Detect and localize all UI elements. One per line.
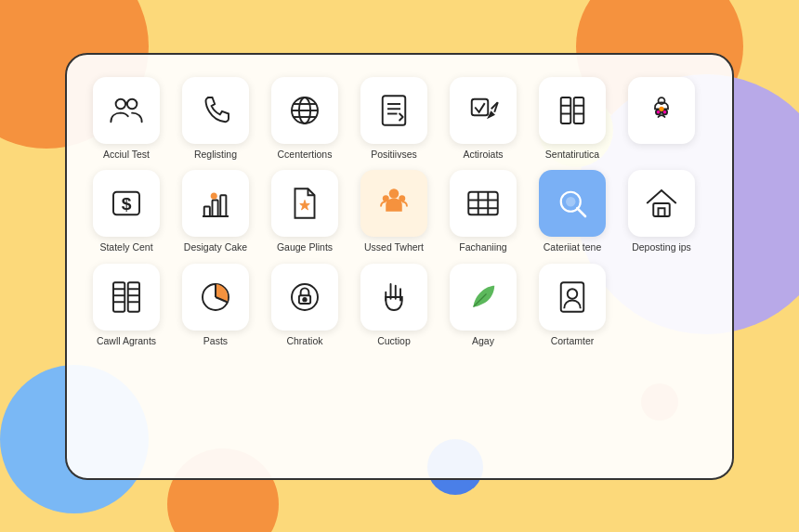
label-chratiok: Chratiok — [286, 335, 322, 348]
svg-marker-31 — [300, 201, 310, 211]
tile-agay[interactable]: Agay — [442, 264, 524, 348]
hand-stop-icon — [374, 278, 413, 317]
list-lines-icon — [553, 91, 592, 130]
tile-pasts[interactable]: Pasts — [175, 264, 256, 348]
icon-box-positiivses — [360, 77, 427, 144]
svg-rect-26 — [204, 207, 210, 217]
icon-box-sentatirutica — [539, 77, 606, 144]
icon-box-fachaniing — [450, 170, 517, 237]
label-cuctiop: Cuctiop — [377, 335, 411, 348]
icon-box-desigaty-cake — [182, 170, 249, 237]
leaf-green-icon — [464, 278, 503, 317]
tile-positiivses[interactable]: Positiivses — [353, 77, 435, 162]
tile-ussed-twhert[interactable]: Ussed Twhert — [353, 170, 435, 254]
svg-rect-46 — [128, 282, 139, 312]
tile-cortamter[interactable]: Cortamter — [531, 264, 613, 348]
svg-rect-14 — [561, 97, 571, 123]
tile-acciul-test[interactable]: Acciul Test — [85, 77, 167, 162]
svg-point-30 — [212, 194, 216, 199]
svg-rect-15 — [574, 97, 584, 123]
icon-box-special — [628, 77, 695, 144]
checklist-icon — [107, 278, 146, 317]
svg-rect-35 — [468, 192, 498, 215]
svg-rect-27 — [213, 201, 218, 217]
icon-box-cateriiat-tene — [539, 170, 606, 237]
tile-cuctiop[interactable]: Cuctiop — [353, 264, 435, 348]
tile-cawll-agrants[interactable]: Cawll Agrants — [85, 264, 167, 348]
svg-point-1 — [127, 98, 138, 109]
icon-box-cortamter — [539, 264, 606, 331]
label-fachaniing: Fachaniing — [459, 241, 506, 254]
tile-chratiok[interactable]: Chratiok — [264, 264, 346, 348]
icon-box-gauge-plints — [271, 170, 338, 237]
checkbox-pen-icon — [464, 91, 503, 130]
tile-ccentertions[interactable]: Ccentertions — [264, 77, 346, 162]
icon-box-reglisting — [182, 77, 249, 144]
label-cawll-agrants: Cawll Agrants — [97, 335, 156, 348]
dollar-box-icon: $ — [107, 184, 146, 223]
label-cortamter: Cortamter — [551, 335, 595, 348]
bar-chart-icon — [196, 184, 235, 223]
label-desigaty-cake: Desigaty Cake — [184, 241, 247, 254]
tile-reglisting[interactable]: Reglisting — [175, 77, 256, 162]
icon-box-chratiok — [271, 264, 338, 331]
tile-actiroiats[interactable]: Actiroiats — [442, 77, 524, 162]
tile-sentatirutica[interactable]: Sentatirutica — [531, 77, 613, 162]
svg-rect-45 — [113, 282, 124, 312]
svg-rect-44 — [659, 208, 665, 216]
tile-cateriiat-tene[interactable]: Cateriiat tene — [531, 170, 613, 254]
svg-rect-28 — [220, 195, 226, 216]
label-gauge-plints: Gauge Plints — [277, 241, 333, 254]
label-sentatirutica: Sentatirutica — [545, 149, 599, 162]
svg-point-23 — [659, 106, 663, 110]
svg-point-0 — [116, 98, 126, 109]
pie-chart-icon — [196, 278, 235, 317]
label-cateriiat-tene: Cateriiat tene — [544, 241, 601, 254]
svg-text:$: $ — [122, 194, 132, 214]
svg-line-42 — [577, 208, 585, 216]
house-icon — [642, 184, 681, 223]
main-card: Acciul Test Reglisting Ccent — [65, 53, 734, 480]
doc-lines-icon — [374, 91, 413, 130]
tile-desigaty-cake[interactable]: Desigaty Cake — [175, 170, 256, 254]
globe-icon — [285, 91, 324, 130]
svg-rect-11 — [472, 98, 489, 115]
icon-box-acciul-test — [93, 77, 160, 144]
label-agay: Agay — [472, 335, 494, 348]
icon-box-pasts — [182, 264, 249, 331]
tile-fachaniing[interactable]: Fachaniing — [442, 170, 524, 254]
people-icon — [107, 91, 146, 130]
icon-box-cuctiop — [360, 264, 427, 331]
doc-person-icon — [553, 278, 592, 317]
tile-deposting-ips[interactable]: Deposting ips — [621, 170, 702, 254]
icon-box-agay — [450, 264, 517, 331]
tile-gauge-plints[interactable]: Gauge Plints — [264, 170, 346, 254]
phone-icon — [196, 91, 235, 130]
svg-rect-43 — [653, 203, 670, 216]
icon-box-deposting-ips — [628, 170, 695, 237]
icon-box-ccentertions — [271, 77, 338, 144]
icon-box-actiroiats — [450, 77, 517, 144]
icon-box-cawll-agrants — [93, 264, 160, 331]
icon-row-1: Acciul Test Reglisting Ccent — [85, 77, 714, 162]
svg-point-61 — [568, 289, 578, 299]
label-deposting-ips: Deposting ips — [632, 241, 691, 254]
icon-box-stately-cent: $ — [93, 170, 160, 237]
label-reglisting: Reglisting — [194, 149, 237, 162]
svg-point-32 — [389, 188, 400, 199]
label-pasts: Pasts — [203, 335, 228, 348]
lock-circle-icon — [285, 278, 324, 317]
icon-row-3: Cawll Agrants Pasts — [85, 264, 714, 348]
orange-figure-icon — [374, 184, 413, 223]
icon-box-ussed-twhert — [360, 170, 427, 237]
building-grid-icon — [464, 184, 503, 223]
icon-row-2: $ Stately Cent Desigaty Cake — [85, 170, 714, 254]
label-positiivses: Positiivses — [371, 149, 417, 162]
label-stately-cent: Stately Cent — [99, 241, 152, 254]
doc-star-icon — [285, 184, 324, 223]
tile-special[interactable] — [621, 77, 702, 149]
flower-person-icon — [642, 91, 681, 130]
tile-stately-cent[interactable]: $ Stately Cent — [85, 170, 167, 254]
label-ussed-twhert: Ussed Twhert — [364, 241, 424, 254]
svg-point-58 — [303, 298, 307, 302]
